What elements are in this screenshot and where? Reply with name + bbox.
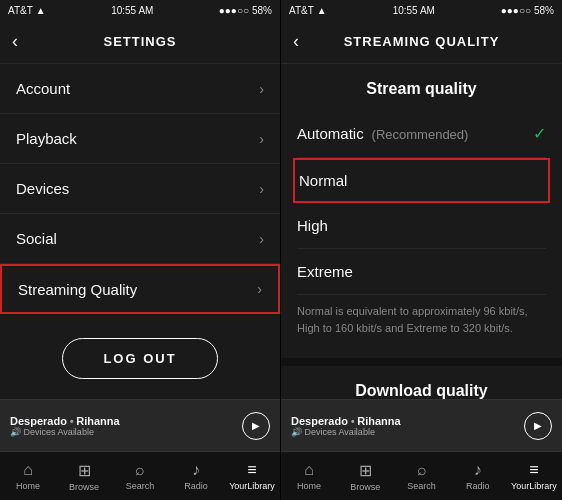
carrier-right: AT&T [289,5,314,16]
chevron-streaming: › [257,281,262,297]
page-title-right: STREAMING QUALITY [344,34,500,49]
quality-label-automatic: Automatic [297,125,364,142]
download-section-title: Download quality [297,382,546,399]
logout-button[interactable]: LOG OUT [62,338,217,379]
stream-quality-section: Stream quality Automatic (Recommended) ✓… [281,64,562,358]
mini-song-right: Desperado • Rihanna [291,415,516,427]
quality-sublabel-automatic: (Recommended) [372,127,469,142]
settings-list: Account › Playback › Devices › Social › … [0,64,280,318]
signal-right: ●●●○○ [501,5,531,16]
settings-label-streaming: Streaming Quality [18,281,137,298]
quality-content: Stream quality Automatic (Recommended) ✓… [281,64,562,399]
quality-item-normal[interactable]: Normal [293,158,550,203]
settings-item-playback[interactable]: Playback › [0,114,280,164]
tab-label-search-right: Search [407,481,436,491]
tab-label-search-left: Search [126,481,155,491]
back-button-left[interactable]: ‹ [12,31,18,52]
home-icon-right: ⌂ [304,461,314,479]
tab-label-home-left: Home [16,481,40,491]
tab-radio-right[interactable]: ♪ Radio [450,461,506,491]
tab-search-left[interactable]: ⌕ Search [112,461,168,491]
chevron-devices: › [259,181,264,197]
tab-label-home-right: Home [297,481,321,491]
tab-label-library-left: YourLibrary [229,481,275,491]
settings-label-playback: Playback [16,130,77,147]
tab-browse-right[interactable]: ⊞ Browse [337,461,393,492]
mini-player-right[interactable]: Desperado • Rihanna 🔊 Devices Available … [281,399,562,451]
tab-browse-left[interactable]: ⊞ Browse [56,461,112,492]
settings-item-social[interactable]: Social › [0,214,280,264]
library-icon-right: ≡ [529,461,538,479]
chevron-social: › [259,231,264,247]
time-right: 10:55 AM [393,5,435,16]
settings-item-devices[interactable]: Devices › [0,164,280,214]
quality-label-normal: Normal [299,172,347,189]
tab-label-library-right: YourLibrary [511,481,557,491]
check-automatic: ✓ [533,124,546,143]
time-left: 10:55 AM [111,5,153,16]
nav-bar-left: ‹ SETTINGS [0,20,280,64]
chevron-playback: › [259,131,264,147]
quality-item-extreme[interactable]: Extreme [297,249,546,295]
carrier-left: AT&T [8,5,33,16]
nav-bar-right: ‹ STREAMING QUALITY [281,20,562,64]
tab-library-right[interactable]: ≡ YourLibrary [506,461,562,491]
tab-radio-left[interactable]: ♪ Radio [168,461,224,491]
battery-right: 58% [534,5,554,16]
download-quality-section: Download quality Normal (Recommended) ✓ … [281,366,562,399]
chevron-account: › [259,81,264,97]
settings-label-social: Social [16,230,57,247]
tab-label-radio-left: Radio [184,481,208,491]
settings-item-account[interactable]: Account › [0,64,280,114]
tab-library-left[interactable]: ≡ YourLibrary [224,461,280,491]
stream-section-title: Stream quality [297,80,546,98]
wifi-icon-right: ▲ [317,5,327,16]
settings-label-devices: Devices [16,180,69,197]
streaming-quality-panel: AT&T ▲ 10:55 AM ●●●○○ 58% ‹ STREAMING QU… [281,0,562,500]
browse-icon-right: ⊞ [359,461,372,480]
signal-left: ●●●○○ [219,5,249,16]
battery-left: 58% [252,5,272,16]
quality-item-automatic[interactable]: Automatic (Recommended) ✓ [297,110,546,158]
play-button-right[interactable]: ▶ [524,412,552,440]
mini-device-right: 🔊 Devices Available [291,427,516,437]
radio-icon-left: ♪ [192,461,200,479]
browse-icon-left: ⊞ [78,461,91,480]
status-bar-left: AT&T ▲ 10:55 AM ●●●○○ 58% [0,0,280,20]
quality-item-high[interactable]: High [297,203,546,249]
quality-note: Normal is equivalent to approximately 96… [297,295,546,350]
tab-home-left[interactable]: ⌂ Home [0,461,56,491]
wifi-icon-left: ▲ [36,5,46,16]
settings-label-account: Account [16,80,70,97]
play-button-left[interactable]: ▶ [242,412,270,440]
mini-device-left: 🔊 Devices Available [10,427,234,437]
library-icon-left: ≡ [247,461,256,479]
logout-area: LOG OUT [0,318,280,399]
tab-search-right[interactable]: ⌕ Search [393,461,449,491]
settings-panel: AT&T ▲ 10:55 AM ●●●○○ 58% ‹ SETTINGS Acc… [0,0,281,500]
quality-label-extreme: Extreme [297,263,353,280]
tab-bar-left: ⌂ Home ⊞ Browse ⌕ Search ♪ Radio ≡ YourL… [0,451,280,500]
section-divider [281,358,562,366]
tab-label-radio-right: Radio [466,481,490,491]
mini-player-left[interactable]: Desperado • Rihanna 🔊 Devices Available … [0,399,280,451]
home-icon-left: ⌂ [23,461,33,479]
status-bar-right: AT&T ▲ 10:55 AM ●●●○○ 58% [281,0,562,20]
tab-home-right[interactable]: ⌂ Home [281,461,337,491]
quality-label-high: High [297,217,328,234]
settings-item-streaming[interactable]: Streaming Quality › [0,264,280,314]
tab-label-browse-right: Browse [350,482,380,492]
tab-label-browse-left: Browse [69,482,99,492]
search-icon-left: ⌕ [135,461,145,479]
search-icon-right: ⌕ [417,461,427,479]
back-button-right[interactable]: ‹ [293,31,299,52]
tab-bar-right: ⌂ Home ⊞ Browse ⌕ Search ♪ Radio ≡ YourL… [281,451,562,500]
radio-icon-right: ♪ [474,461,482,479]
page-title-left: SETTINGS [103,34,176,49]
mini-song-left: Desperado • Rihanna [10,415,234,427]
